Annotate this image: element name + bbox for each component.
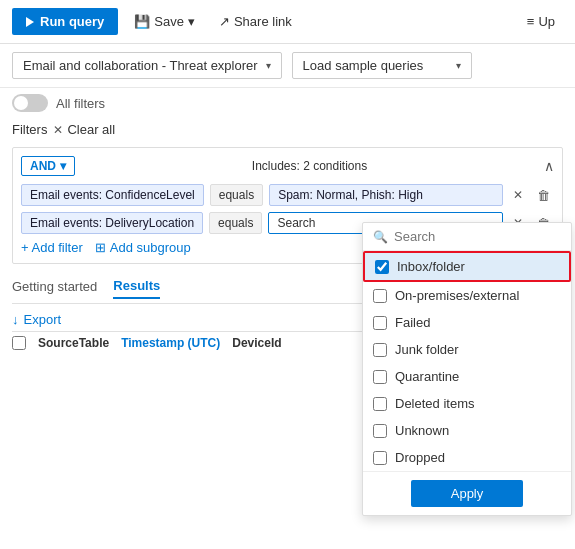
add-subgroup-button[interactable]: ⊞ Add subgroup (95, 240, 191, 255)
clear-x-icon: ✕ (53, 123, 63, 137)
popup-item-deleted-items[interactable]: Deleted items (363, 390, 571, 417)
popup-item-dropped-label: Dropped (395, 450, 445, 465)
and-badge[interactable]: AND ▾ (21, 156, 75, 176)
source-chevron-icon: ▾ (266, 60, 271, 71)
save-chevron-icon: ▾ (188, 14, 195, 29)
popup-item-dropped[interactable]: Dropped (363, 444, 571, 471)
checkbox-on-premises[interactable] (373, 289, 387, 303)
table-col-timestamp[interactable]: Timestamp (UTC) (121, 336, 220, 350)
conditions-header: AND ▾ Includes: 2 conditions ∧ (21, 156, 554, 176)
tab-results[interactable]: Results (113, 278, 160, 299)
checkbox-failed[interactable] (373, 316, 387, 330)
dropdowns-row: Email and collaboration - Threat explore… (0, 44, 575, 88)
apply-button[interactable]: Apply (411, 480, 524, 507)
save-button[interactable]: 💾 Save ▾ (126, 10, 203, 33)
toolbar: Run query 💾 Save ▾ ↗ Share link ≡ Up (0, 0, 575, 44)
popup-search-row: 🔍 (363, 223, 571, 251)
checkbox-deleted-items[interactable] (373, 397, 387, 411)
popup-item-junk-folder-label: Junk folder (395, 342, 459, 357)
filters-row: Filters ✕ Clear all (0, 118, 575, 141)
filters-label: Filters (12, 122, 47, 137)
popup-item-deleted-items-label: Deleted items (395, 396, 474, 411)
popup-item-on-premises[interactable]: On-premises/external (363, 282, 571, 309)
includes-label: Includes: 2 conditions (252, 159, 367, 173)
popup-apply-row: Apply (363, 471, 571, 515)
checkbox-dropped[interactable] (373, 451, 387, 465)
save-icon: 💾 (134, 14, 150, 29)
condition-1-delete-button[interactable]: 🗑 (533, 186, 554, 205)
all-filters-label: All filters (56, 96, 105, 111)
share-icon: ↗ (219, 14, 230, 29)
up-lines-icon: ≡ (527, 14, 535, 29)
checkbox-quarantine[interactable] (373, 370, 387, 384)
checkbox-unknown[interactable] (373, 424, 387, 438)
add-subgroup-icon: ⊞ (95, 240, 106, 255)
table-col-device: DeviceId (232, 336, 281, 350)
collapse-button[interactable]: ∧ (544, 158, 554, 174)
export-icon: ↓ (12, 312, 19, 327)
share-link-button[interactable]: ↗ Share link (211, 10, 300, 33)
add-filter-button[interactable]: + Add filter (21, 240, 83, 255)
popup-item-quarantine-label: Quarantine (395, 369, 459, 384)
sample-chevron-icon: ▾ (456, 60, 461, 71)
and-label: AND (30, 159, 56, 173)
popup-item-unknown[interactable]: Unknown (363, 417, 571, 444)
condition-1-x-button[interactable]: ✕ (509, 186, 527, 204)
add-filter-label: + Add filter (21, 240, 83, 255)
add-subgroup-label: Add subgroup (110, 240, 191, 255)
clear-all-label: Clear all (67, 122, 115, 137)
sample-dropdown-label: Load sample queries (303, 58, 424, 73)
and-chevron-icon: ▾ (60, 159, 66, 173)
save-label: Save (154, 14, 184, 29)
all-filters-toggle[interactable] (12, 94, 48, 112)
popup-item-junk-folder[interactable]: Junk folder (363, 336, 571, 363)
tab-getting-started[interactable]: Getting started (12, 279, 97, 298)
condition-operator-1: equals (210, 184, 263, 206)
share-link-label: Share link (234, 14, 292, 29)
apply-label: Apply (451, 486, 484, 501)
run-query-label: Run query (40, 14, 104, 29)
table-select-all-checkbox[interactable] (12, 336, 26, 350)
popup-item-failed[interactable]: Failed (363, 309, 571, 336)
checkbox-junk-folder[interactable] (373, 343, 387, 357)
play-icon (26, 17, 34, 27)
popup-item-failed-label: Failed (395, 315, 430, 330)
table-col-source: SourceTable (38, 336, 109, 350)
all-filters-row: All filters (0, 88, 575, 118)
popup-item-on-premises-label: On-premises/external (395, 288, 519, 303)
export-button[interactable]: ↓ Export (12, 312, 61, 327)
run-query-button[interactable]: Run query (12, 8, 118, 35)
popup-item-inbox-folder[interactable]: Inbox/folder (363, 251, 571, 282)
export-label: Export (24, 312, 62, 327)
source-dropdown[interactable]: Email and collaboration - Threat explore… (12, 52, 282, 79)
checkbox-inbox-folder[interactable] (375, 260, 389, 274)
condition-operator-2: equals (209, 212, 262, 234)
sample-dropdown[interactable]: Load sample queries ▾ (292, 52, 472, 79)
search-glass-icon: 🔍 (373, 230, 388, 244)
up-label: Up (538, 14, 555, 29)
up-button[interactable]: ≡ Up (519, 10, 563, 33)
clear-all-button[interactable]: ✕ Clear all (53, 122, 115, 137)
popup-item-inbox-folder-label: Inbox/folder (397, 259, 465, 274)
source-dropdown-label: Email and collaboration - Threat explore… (23, 58, 258, 73)
condition-field-2[interactable]: Email events: DeliveryLocation (21, 212, 203, 234)
delivery-location-popup: 🔍 Inbox/folder On-premises/external Fail… (362, 222, 572, 516)
condition-value-1[interactable]: Spam: Normal, Phish: High (269, 184, 503, 206)
popup-item-quarantine[interactable]: Quarantine (363, 363, 571, 390)
condition-row-1: Email events: ConfidenceLevel equals Spa… (21, 184, 554, 206)
popup-item-unknown-label: Unknown (395, 423, 449, 438)
condition-field-1[interactable]: Email events: ConfidenceLevel (21, 184, 204, 206)
popup-search-input[interactable] (394, 229, 561, 244)
